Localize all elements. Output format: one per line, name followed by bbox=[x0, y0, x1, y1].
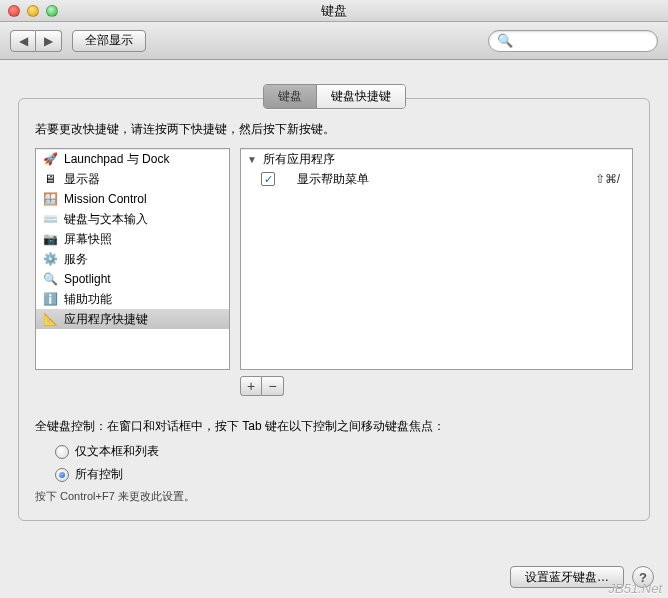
toolbar: ◀ ▶ 全部显示 🔍 bbox=[0, 22, 668, 60]
category-icon: 📷 bbox=[42, 231, 58, 247]
tab-keyboard[interactable]: 键盘 bbox=[264, 85, 317, 108]
panel: 若要更改快捷键，请连按两下快捷键，然后按下新按键。 🚀Launchpad 与 D… bbox=[18, 98, 650, 521]
category-icon: 🖥 bbox=[42, 171, 58, 187]
forward-button[interactable]: ▶ bbox=[36, 30, 62, 52]
shortcut-list[interactable]: ▼所有应用程序✓显示帮助菜单⇧⌘/ bbox=[240, 148, 633, 370]
category-icon: ⚙️ bbox=[42, 251, 58, 267]
radio-text-only[interactable]: 仅文本框和列表 bbox=[55, 443, 633, 460]
shortcut-keys: ⇧⌘/ bbox=[595, 172, 626, 186]
show-all-button[interactable]: 全部显示 bbox=[72, 30, 146, 52]
content-area: 键盘 键盘快捷键 若要更改快捷键，请连按两下快捷键，然后按下新按键。 🚀Laun… bbox=[0, 60, 668, 598]
category-item[interactable]: 📐应用程序快捷键 bbox=[36, 309, 229, 329]
category-label: 应用程序快捷键 bbox=[64, 311, 148, 328]
tab-shortcuts[interactable]: 键盘快捷键 bbox=[317, 85, 405, 108]
category-label: Launchpad 与 Dock bbox=[64, 151, 169, 168]
remove-button[interactable]: − bbox=[262, 376, 284, 396]
radio-icon bbox=[55, 468, 69, 482]
category-icon: 📐 bbox=[42, 311, 58, 327]
fka-heading: 全键盘控制：在窗口和对话框中，按下 Tab 键在以下控制之间移动键盘焦点： bbox=[35, 418, 633, 435]
category-item[interactable]: ⚙️服务 bbox=[36, 249, 229, 269]
search-icon: 🔍 bbox=[497, 33, 513, 48]
nav-segment: ◀ ▶ bbox=[10, 30, 62, 52]
category-label: 键盘与文本输入 bbox=[64, 211, 148, 228]
window-title: 键盘 bbox=[0, 2, 668, 20]
shortcut-checkbox[interactable]: ✓ bbox=[261, 172, 275, 186]
back-button[interactable]: ◀ bbox=[10, 30, 36, 52]
search-field[interactable]: 🔍 bbox=[488, 30, 658, 52]
radio-text-only-label: 仅文本框和列表 bbox=[75, 443, 159, 460]
category-label: 屏幕快照 bbox=[64, 231, 112, 248]
full-keyboard-access: 全键盘控制：在窗口和对话框中，按下 Tab 键在以下控制之间移动键盘焦点： 仅文… bbox=[35, 418, 633, 504]
bluetooth-keyboard-button[interactable]: 设置蓝牙键盘… bbox=[510, 566, 624, 588]
category-label: Mission Control bbox=[64, 192, 147, 206]
radio-all-controls[interactable]: 所有控制 bbox=[55, 466, 633, 483]
category-label: 服务 bbox=[64, 251, 88, 268]
category-item[interactable]: 🔍Spotlight bbox=[36, 269, 229, 289]
shortcut-group-row[interactable]: ▼所有应用程序 bbox=[241, 149, 632, 169]
shortcut-item[interactable]: ✓显示帮助菜单⇧⌘/ bbox=[241, 169, 632, 189]
category-item[interactable]: ⌨️键盘与文本输入 bbox=[36, 209, 229, 229]
lists-row: 🚀Launchpad 与 Dock🖥显示器🪟Mission Control⌨️键… bbox=[35, 148, 633, 370]
watermark: JB51.Net bbox=[609, 581, 662, 596]
add-remove-segment: + − bbox=[240, 376, 633, 396]
search-input[interactable] bbox=[517, 34, 667, 48]
category-icon: 🚀 bbox=[42, 151, 58, 167]
category-item[interactable]: 🖥显示器 bbox=[36, 169, 229, 189]
category-item[interactable]: 🪟Mission Control bbox=[36, 189, 229, 209]
instruction-text: 若要更改快捷键，请连按两下快捷键，然后按下新按键。 bbox=[35, 121, 633, 138]
category-icon: ℹ️ bbox=[42, 291, 58, 307]
category-label: Spotlight bbox=[64, 272, 111, 286]
radio-icon bbox=[55, 445, 69, 459]
category-item[interactable]: 📷屏幕快照 bbox=[36, 229, 229, 249]
tabs: 键盘 键盘快捷键 bbox=[263, 84, 406, 109]
add-button[interactable]: + bbox=[240, 376, 262, 396]
titlebar: 键盘 bbox=[0, 0, 668, 22]
shortcut-label: 显示帮助菜单 bbox=[297, 171, 369, 188]
category-list[interactable]: 🚀Launchpad 与 Dock🖥显示器🪟Mission Control⌨️键… bbox=[35, 148, 230, 370]
category-item[interactable]: ℹ️辅助功能 bbox=[36, 289, 229, 309]
category-icon: ⌨️ bbox=[42, 211, 58, 227]
category-icon: 🔍 bbox=[42, 271, 58, 287]
radio-all-controls-label: 所有控制 bbox=[75, 466, 123, 483]
category-label: 显示器 bbox=[64, 171, 100, 188]
disclosure-triangle-icon[interactable]: ▼ bbox=[247, 154, 257, 165]
category-item[interactable]: 🚀Launchpad 与 Dock bbox=[36, 149, 229, 169]
category-icon: 🪟 bbox=[42, 191, 58, 207]
category-label: 辅助功能 bbox=[64, 291, 112, 308]
shortcut-group-label: 所有应用程序 bbox=[263, 151, 335, 168]
fka-hint: 按下 Control+F7 来更改此设置。 bbox=[35, 489, 633, 504]
